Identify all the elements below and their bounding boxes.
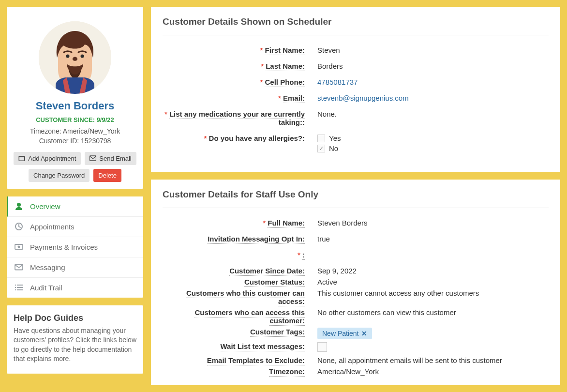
nav-messaging-label: Messaging bbox=[30, 263, 65, 271]
send-email-button[interactable]: Send Email bbox=[85, 152, 136, 165]
envelope-icon bbox=[15, 263, 23, 271]
timezone-label: Timezone: bbox=[269, 367, 305, 377]
medications-value: None. bbox=[317, 110, 549, 118]
medications-label: List any medications your are currently … bbox=[169, 110, 305, 127]
tags-label: Customer Tags: bbox=[250, 328, 305, 337]
nav-overview-label: Overview bbox=[30, 202, 60, 211]
envelope-icon bbox=[90, 155, 96, 161]
status-label: Customer Status: bbox=[244, 278, 305, 287]
send-email-label: Send Email bbox=[99, 155, 131, 162]
opt-in-value: true bbox=[317, 235, 549, 243]
profile-timezone: Timezone: America/New_York bbox=[14, 126, 136, 136]
first-name-label: First Name: bbox=[265, 46, 305, 55]
opt-in-label: Invitation Messaging Opt In: bbox=[208, 235, 305, 244]
svg-rect-11 bbox=[15, 285, 16, 286]
can-access-label: Customers who this customer can access: bbox=[186, 289, 305, 306]
allergies-label: Do you have any allergies?: bbox=[209, 134, 305, 143]
app-frame: Steven Borders CUSTOMER SINCE: 9/9/22 Ti… bbox=[7, 7, 560, 385]
cell-phone-link[interactable]: 4785081737 bbox=[317, 78, 358, 86]
profile-meta: Timezone: America/New_York Customer ID: … bbox=[14, 126, 136, 146]
nav-messaging[interactable]: Messaging bbox=[7, 257, 143, 278]
main-content: Customer Details Shown on Scheduler * Fi… bbox=[151, 7, 560, 385]
svg-rect-14 bbox=[17, 287, 23, 288]
change-password-label: Change Password bbox=[33, 172, 85, 179]
scheduler-details-panel: Customer Details Shown on Scheduler * Fi… bbox=[151, 7, 560, 172]
exclude-templates-label: Email Templates to Exclude: bbox=[207, 356, 305, 365]
accessed-by-value: No other customers can view this custome… bbox=[317, 308, 549, 317]
user-icon bbox=[15, 202, 23, 210]
nav-audit-label: Audit Trail bbox=[30, 284, 62, 292]
accessed-by-label: Customers who can access this customer: bbox=[194, 308, 305, 326]
email-link[interactable]: stevenb@signupgenius.com bbox=[317, 94, 409, 102]
svg-rect-15 bbox=[15, 289, 16, 290]
avatar bbox=[39, 21, 111, 94]
svg-rect-12 bbox=[17, 285, 23, 286]
email-label: Email: bbox=[283, 94, 305, 103]
nav-list: Overview Appointments Payments & Invoice… bbox=[7, 196, 143, 298]
sidebar: Steven Borders CUSTOMER SINCE: 9/9/22 Ti… bbox=[7, 7, 143, 385]
customer-since-label: CUSTOMER SINCE: 9/9/22 bbox=[14, 116, 136, 123]
help-body: Have questions about managing your custo… bbox=[14, 326, 136, 364]
blank-field-label: : bbox=[302, 251, 305, 260]
svg-rect-13 bbox=[15, 287, 16, 288]
delete-label: Delete bbox=[98, 172, 117, 179]
nav-appointments-label: Appointments bbox=[30, 223, 75, 231]
nav-payments[interactable]: Payments & Invoices bbox=[7, 237, 143, 257]
staff-panel-title: Customer Details for Staff Use Only bbox=[163, 189, 549, 208]
last-name-label: Last Name: bbox=[266, 62, 305, 71]
svg-point-1 bbox=[66, 55, 70, 58]
timezone-value: America/New_York bbox=[317, 367, 549, 376]
profile-actions: Add Appointment Send Email Change Passwo… bbox=[14, 152, 136, 182]
nav-audit[interactable]: Audit Trail bbox=[7, 278, 143, 298]
since-date-value: Sep 9, 2022 bbox=[317, 267, 549, 275]
profile-name: Steven Borders bbox=[14, 100, 136, 112]
waitlist-label: Wait List text messages: bbox=[221, 342, 305, 351]
change-password-button[interactable]: Change Password bbox=[29, 169, 90, 182]
money-icon bbox=[15, 243, 23, 251]
help-card: Help Doc Guides Have questions about man… bbox=[7, 305, 143, 374]
add-appointment-button[interactable]: Add Appointment bbox=[14, 152, 81, 165]
calendar-icon bbox=[18, 155, 25, 161]
help-title: Help Doc Guides bbox=[14, 313, 136, 323]
profile-customer-id: Customer ID: 15230798 bbox=[14, 136, 136, 146]
full-name-label: Full Name: bbox=[268, 219, 305, 228]
staff-details-panel: Customer Details for Staff Use Only * Fu… bbox=[151, 180, 560, 385]
last-name-value: Borders bbox=[317, 62, 549, 70]
svg-rect-4 bbox=[19, 157, 24, 161]
customer-tag[interactable]: New Patient ✕ bbox=[317, 328, 372, 339]
allergies-no-label: No bbox=[329, 144, 338, 152]
svg-point-9 bbox=[18, 246, 20, 248]
waitlist-checkbox[interactable] bbox=[317, 342, 327, 352]
exclude-templates-value: None, all appointment emails will be sen… bbox=[317, 356, 549, 364]
svg-rect-16 bbox=[17, 289, 23, 290]
nav-payments-label: Payments & Invoices bbox=[30, 243, 98, 251]
clock-icon bbox=[15, 223, 23, 230]
add-appointment-label: Add Appointment bbox=[28, 155, 76, 162]
full-name-value: Steven Borders bbox=[317, 219, 549, 227]
list-icon bbox=[15, 284, 23, 291]
delete-button[interactable]: Delete bbox=[93, 169, 121, 182]
status-value: Active bbox=[317, 278, 549, 286]
allergies-yes-label: Yes bbox=[329, 134, 341, 142]
since-date-label: Customer Since Date: bbox=[229, 267, 305, 276]
allergies-yes-checkbox[interactable] bbox=[317, 135, 325, 142]
cell-phone-label: Cell Phone: bbox=[265, 78, 305, 87]
can-access-value: This customer cannot access any other cu… bbox=[317, 289, 549, 297]
svg-point-6 bbox=[17, 203, 21, 207]
nav-appointments[interactable]: Appointments bbox=[7, 217, 143, 237]
profile-card: Steven Borders CUSTOMER SINCE: 9/9/22 Ti… bbox=[7, 7, 143, 189]
allergies-no-checkbox[interactable]: ✓ bbox=[317, 145, 325, 152]
nav-overview[interactable]: Overview bbox=[7, 196, 143, 217]
customer-tag-label: New Patient bbox=[322, 330, 358, 337]
scheduler-panel-title: Customer Details Shown on Scheduler bbox=[163, 16, 549, 35]
svg-point-2 bbox=[81, 55, 84, 58]
first-name-value: Steven bbox=[317, 46, 549, 54]
remove-tag-icon[interactable]: ✕ bbox=[361, 330, 367, 337]
